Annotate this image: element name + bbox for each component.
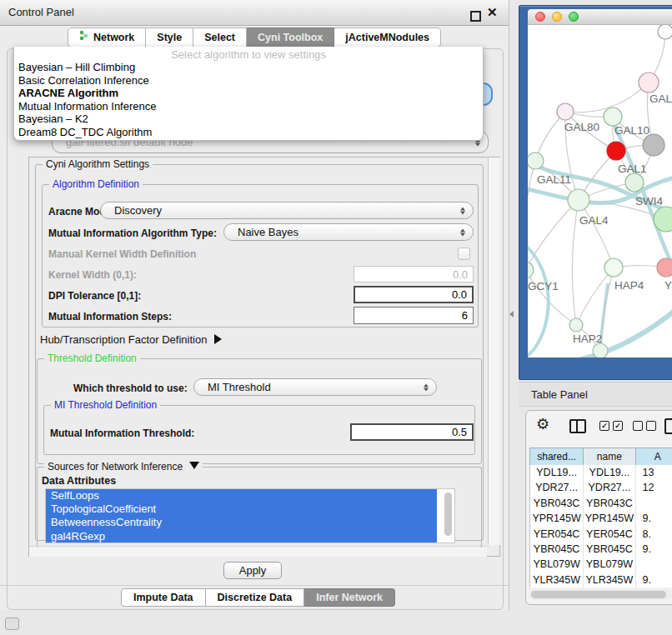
splitpane-collapse-arrow-icon[interactable] bbox=[509, 311, 514, 318]
hub-definition-toggle[interactable]: Hub/Transcription Factor Definition bbox=[40, 333, 222, 346]
algorithm-option-bayesian-hill-climbing[interactable]: Bayesian – Hill Climbing bbox=[14, 61, 483, 74]
cyni-bottom-tabbar: Impute DataDiscretize DataInfer Network bbox=[121, 588, 395, 607]
close-icon[interactable]: ✕ bbox=[487, 5, 498, 20]
node-label-hap2: HAP2 bbox=[573, 332, 602, 345]
which-threshold-combobox[interactable]: MI Threshold bbox=[193, 378, 437, 396]
column-header-a[interactable]: A bbox=[636, 448, 672, 466]
network-edge bbox=[528, 270, 576, 325]
network-canvas[interactable]: GALGAL80GAL10GAL1GAL11SWI4GAL4GCY1HAP4YH… bbox=[528, 25, 672, 358]
node-label-gal11: GAL11 bbox=[537, 173, 571, 186]
network-node-gal11[interactable] bbox=[528, 152, 544, 169]
tab-cyni-toolbox[interactable]: Cyni Toolbox bbox=[247, 28, 334, 48]
algorithm-option-aracne-algorithm[interactable]: ARACNE Algorithm bbox=[14, 87, 483, 100]
panel-handle-icon[interactable] bbox=[5, 618, 19, 630]
table-body: YDL19...YDL19...13YDR27...YDR27...12YBR0… bbox=[529, 465, 672, 588]
table-cell: YLR345W bbox=[584, 572, 635, 588]
dpi-tolerance-field[interactable]: 0.0 bbox=[354, 286, 474, 303]
table-cell: 12 bbox=[636, 480, 672, 495]
apply-button[interactable]: Apply bbox=[223, 562, 282, 579]
algorithm-option-dream8-dc-tdc-algorithm[interactable]: Dream8 DC_TDC Algorithm bbox=[14, 126, 483, 139]
tab-label: Style bbox=[157, 28, 182, 47]
table-horizontal-scrollbar[interactable] bbox=[529, 589, 672, 600]
network-node-gcy1[interactable] bbox=[528, 262, 534, 278]
tab-infer-network[interactable]: Infer Network bbox=[304, 588, 395, 607]
float-window-icon[interactable] bbox=[470, 11, 481, 22]
aracne-mode-value: Discovery bbox=[114, 202, 162, 218]
new-table-icon[interactable] bbox=[664, 418, 672, 434]
table-row[interactable]: YBL079WYBL079W bbox=[530, 557, 672, 572]
table-cell: YDL19... bbox=[530, 465, 584, 480]
tab-discretize-data[interactable]: Discretize Data bbox=[206, 588, 305, 607]
vertical-scrollbar[interactable] bbox=[488, 158, 500, 545]
network-node-gal80[interactable] bbox=[557, 103, 574, 120]
zoom-traffic-light-icon[interactable] bbox=[569, 12, 579, 22]
node-label-gal4: GAL4 bbox=[579, 214, 609, 227]
table-row[interactable]: YER054CYER054C8. bbox=[530, 527, 672, 542]
table-row[interactable]: YBR043CYBR043C bbox=[530, 496, 672, 511]
control-panel-tabbar: NetworkStyleSelectCyni ToolboxjActiveMNo… bbox=[0, 28, 509, 48]
deselect-all-checkboxes-icon[interactable] bbox=[633, 421, 656, 431]
attribute-list-scrollbar[interactable] bbox=[443, 491, 454, 539]
table-row[interactable]: YDL19...YDL19...13 bbox=[530, 465, 672, 480]
tab-style[interactable]: Style bbox=[146, 28, 193, 48]
algorithm-option-mutual-information-inference[interactable]: Mutual Information Inference bbox=[14, 100, 483, 113]
tab-label: Select bbox=[204, 28, 235, 47]
network-node-gal4[interactable] bbox=[568, 189, 589, 211]
split-view-icon[interactable] bbox=[569, 419, 586, 433]
divider bbox=[0, 585, 509, 586]
network-node-bnode[interactable] bbox=[593, 343, 608, 358]
attribute-item-topologicalcoefficient[interactable]: TopologicalCoefficient bbox=[46, 502, 437, 516]
attribute-item-selfloops[interactable]: SelfLoops bbox=[46, 489, 437, 502]
mi-threshold-field[interactable]: 0.5 bbox=[350, 423, 474, 441]
table-row[interactable]: YPR145WYPR145W9. bbox=[530, 511, 672, 526]
table-row[interactable]: YBR045CYBR045C9. bbox=[530, 542, 672, 557]
screen: Control Panel ✕ NetworkStyleSelectCyni T… bbox=[0, 0, 672, 635]
tab-jactivemnodules[interactable]: jActiveMNodules bbox=[334, 28, 441, 48]
tab-network[interactable]: Network bbox=[68, 28, 146, 48]
network-node-swi4[interactable] bbox=[625, 173, 644, 192]
network-node-topn[interactable] bbox=[658, 25, 672, 39]
kernel-width-label: Kernel Width (0,1): bbox=[48, 269, 137, 281]
mi-algorithm-type-value: Naive Bayes bbox=[238, 224, 298, 240]
network-node-y[interactable] bbox=[657, 258, 672, 277]
tab-label: jActiveMNodules bbox=[345, 28, 429, 47]
gear-icon[interactable]: ⚙ bbox=[536, 417, 549, 432]
attribute-list-scrollbar-thumb[interactable] bbox=[444, 492, 452, 536]
column-header-shared[interactable]: shared... bbox=[530, 448, 584, 466]
kernel-width-field[interactable]: 0.0 bbox=[354, 266, 474, 282]
network-node-hap4[interactable] bbox=[604, 258, 623, 277]
mi-algorithm-type-combobox[interactable]: Naive Bayes bbox=[223, 223, 474, 241]
column-header-name[interactable]: name bbox=[584, 448, 635, 466]
table-row[interactable]: YLR345WYLR345W9. bbox=[530, 572, 672, 588]
data-attributes-list[interactable]: SelfLoopsTopologicalCoefficientBetweenne… bbox=[45, 488, 455, 543]
network-node-hap2[interactable] bbox=[569, 318, 583, 332]
network-node-grayn[interactable] bbox=[643, 134, 664, 156]
network-window-titlebar[interactable] bbox=[528, 9, 672, 25]
algorithm-option-bayesian-k2[interactable]: Bayesian – K2 bbox=[14, 112, 483, 126]
attribute-item-gal4rgexp[interactable]: gal4RGexp bbox=[46, 530, 437, 543]
mi-steps-field[interactable]: 6 bbox=[354, 307, 474, 324]
algorithm-dropdown-prompt: Select algorithm to view settings bbox=[14, 47, 483, 61]
algorithm-option-basic-correlation-inference[interactable]: Basic Correlation Inference bbox=[14, 74, 483, 88]
algorithm-options: Bayesian – Hill ClimbingBasic Correlatio… bbox=[14, 61, 483, 139]
mi-steps-label: Mutual Information Steps: bbox=[48, 311, 172, 322]
network-view-window: GALGAL80GAL10GAL1GAL11SWI4GAL4GCY1HAP4YH… bbox=[519, 5, 672, 380]
table-cell: YPR145W bbox=[584, 511, 635, 526]
table-horizontal-scrollbar-thumb[interactable] bbox=[531, 591, 666, 598]
tab-impute-data[interactable]: Impute Data bbox=[121, 588, 206, 607]
data-attributes-label: Data Attributes bbox=[42, 475, 116, 487]
table-cell: YPR145W bbox=[530, 511, 584, 526]
select-all-checkboxes-icon[interactable]: ✓✓ bbox=[599, 421, 623, 431]
attribute-item-betweennesscentrality[interactable]: BetweennessCentrality bbox=[46, 516, 437, 529]
manual-kernel-width-checkbox[interactable] bbox=[458, 248, 470, 260]
network-node-gal1[interactable] bbox=[607, 142, 625, 160]
close-traffic-light-icon[interactable] bbox=[535, 12, 545, 22]
which-threshold-label: Which threshold to use: bbox=[73, 382, 188, 394]
network-node-gal[interactable] bbox=[639, 72, 659, 92]
aracne-mode-combobox[interactable]: Discovery bbox=[100, 202, 474, 219]
tab-select[interactable]: Select bbox=[193, 28, 247, 48]
table-row[interactable]: YDR27...YDR27...12 bbox=[530, 480, 672, 495]
minimize-traffic-light-icon[interactable] bbox=[552, 12, 562, 22]
network-node-gal10[interactable] bbox=[604, 108, 622, 126]
network-edge bbox=[579, 200, 614, 268]
